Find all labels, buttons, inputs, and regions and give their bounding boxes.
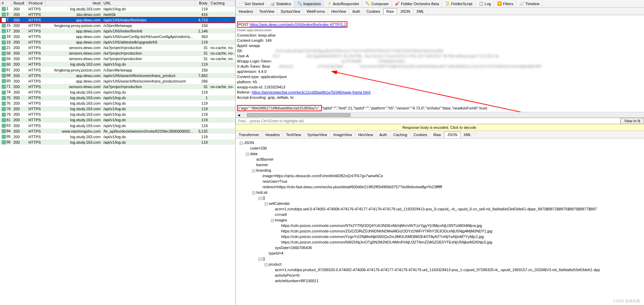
view-in-notepad-button[interactable]: View in N	[621, 118, 644, 124]
session-row[interactable]: 74200HTTPSlog.study.163.com/api/v1/log.d…	[0, 89, 235, 95]
tree-toggle-icon[interactable]: −	[252, 169, 255, 172]
toolbar-timeline[interactable]: 📈Timeline	[516, 0, 543, 7]
tree-node[interactable]: https://cdn.poizon.com/node-common/NTk2Y…	[237, 223, 643, 228]
session-row[interactable]: 3200HTTPSdav.dewu.com/webSk416	[0, 12, 235, 17]
col-result[interactable]: Result	[12, 0, 27, 6]
session-row[interactable]: 19200HTTPSapp.dewu.com/api/v1/h5/abtests…	[0, 39, 235, 45]
tree-node[interactable]: −product	[237, 261, 643, 267]
session-row[interactable]: 75200HTTPSlog.study.163.com/api/v1/log.d…	[0, 95, 235, 101]
tree-toggle-icon[interactable]: −	[265, 202, 268, 206]
tree-toggle-icon[interactable]: −	[252, 191, 255, 194]
resp-tab-headers[interactable]: Headers	[262, 132, 283, 138]
session-row[interactable]: 81200HTTPSlog.study.163.com/api/v1/log.d…	[0, 117, 235, 123]
tree-node[interactable]: −JSON	[237, 140, 643, 145]
tree-node[interactable]: −hotList	[237, 190, 643, 195]
tree-node[interactable]: activityPrice=0	[237, 273, 643, 278]
toolbar-inspectors[interactable]: 🔍Inspectors	[294, 0, 324, 7]
session-row[interactable]: 69200HTTPSapp.dewu.com/api/v1/h5/search/…	[0, 78, 235, 84]
toolbar-fiddler-orchestra-beta[interactable]: 🎻Fiddler Orchestra Beta	[392, 0, 442, 7]
resp-tab-xml[interactable]: XML	[460, 132, 475, 138]
session-row[interactable]: 17200HTTPSapp.dewu.com/api/v1/h5/index/f…	[0, 28, 235, 34]
tree-node[interactable]: acm=1.rcmddps.sell.0.474092-474008-47417…	[237, 206, 643, 212]
tree-node[interactable]: typeId=4	[237, 250, 643, 256]
session-row[interactable]: 59200HTTPSsensors.dewu.com/sa?project=pr…	[0, 56, 235, 61]
tree-toggle-icon[interactable]: −	[258, 258, 261, 261]
session-row[interactable]: 78200HTTPSlog.study.163.com/api/v1/log.d…	[0, 106, 235, 112]
toolbar-get-started[interactable]: 📄Get Started	[236, 0, 267, 7]
resp-tab-auth[interactable]: Auth	[376, 132, 390, 138]
toolbar-fiddlerscript[interactable]: 📜FiddlerScript	[442, 0, 476, 7]
col-url[interactable]: URL	[102, 0, 195, 6]
raw-hscroll[interactable]: ◄	[236, 112, 644, 117]
req-tab-hexview[interactable]: HexView	[328, 8, 349, 15]
resp-tab-imageview[interactable]: ImageView	[330, 132, 355, 138]
session-row[interactable]: 76200HTTPSlog.study.163.com/api/v1/log.d…	[0, 101, 235, 106]
decode-banner[interactable]: Response body is encoded. Click to decod…	[236, 124, 644, 131]
req-tab-syntaxview[interactable]: SyntaxView	[277, 8, 303, 15]
resp-tab-syntaxview[interactable]: SyntaxView	[304, 132, 330, 138]
tree-node[interactable]: newUser=True	[237, 179, 643, 184]
tree-node[interactable]: −branding	[237, 168, 643, 173]
tree-node[interactable]: https://cdn.poizon.com/node-common/NWZhN…	[237, 239, 643, 245]
tree-node[interactable]: cn=sell	[237, 212, 643, 217]
toolbar-statistics[interactable]: 📊Statistics	[267, 0, 294, 7]
session-row[interactable]: 21200HTTPSsensors.dewu.com/sa?project=pr…	[0, 45, 235, 50]
req-tab-auth[interactable]: Auth	[349, 8, 364, 15]
req-tab-xml[interactable]: XML	[413, 8, 427, 15]
session-row[interactable]: 71200HTTPSsensors.dewu.com/sa?project=pr…	[0, 84, 235, 89]
req-tab-textview[interactable]: TextView	[256, 8, 278, 15]
req-tab-raw[interactable]: Raw	[383, 8, 397, 15]
resp-tab-raw[interactable]: Raw	[430, 132, 444, 138]
tree-toggle-icon[interactable]: −	[271, 219, 274, 222]
session-list-panel[interactable]: # Result Protocol Host URL Body Caching …	[0, 0, 236, 305]
toolbar-log[interactable]: 📋Log	[476, 0, 494, 7]
tree-node[interactable]: https://cdn.poizon.com/node-common/YzgxY…	[237, 234, 643, 239]
response-json-tree[interactable]: −JSONcode=200−dataactBannerbanner−brandi…	[236, 139, 644, 305]
resp-tab-hexview[interactable]: HexView	[355, 132, 376, 138]
tree-toggle-icon[interactable]: −	[240, 142, 243, 145]
tree-node[interactable]: banner	[237, 162, 643, 168]
tree-node[interactable]: redirect=https://cdn-fast.dewu.com/nezha…	[237, 184, 643, 190]
col-num[interactable]: #	[0, 0, 12, 6]
toolbar-autoresponder[interactable]: ⚡AutoResponder	[324, 0, 362, 7]
resp-tab-transformer[interactable]: Transformer	[236, 132, 262, 138]
session-row[interactable]: 79200HTTPSlog.study.163.com/api/v1/log.d…	[0, 112, 235, 117]
tree-node[interactable]: code=200	[237, 145, 643, 151]
request-raw-view[interactable]: POST https://app.dewu.com/api/v1/h5/inde…	[236, 15, 644, 112]
col-host[interactable]: Host	[46, 0, 102, 6]
req-tab-cookies[interactable]: Cookies	[363, 8, 383, 15]
tree-node[interactable]: acm=1.rcmddps.product_97288320.0.474092-…	[237, 267, 643, 273]
session-row[interactable]: 18200HTTPSapp.dewu.com/api/v1/h5/userCon…	[0, 34, 235, 39]
session-row[interactable]: 60200HTTPSlog.study.163.com/api/v1/log.d…	[0, 61, 235, 67]
session-row[interactable]: 1200HTTPSlog.study.163.com/api/v1/log.do…	[0, 6, 235, 12]
tree-toggle-icon[interactable]: −	[265, 263, 268, 266]
req-tab-json[interactable]: JSON	[397, 8, 413, 15]
session-row[interactable]: 68200HTTPSapp.dewu.com/api/v1/h5/search/…	[0, 73, 235, 78]
resp-tab-textview[interactable]: TextView	[283, 132, 304, 138]
tree-node[interactable]: −data	[237, 151, 643, 156]
tree-toggle-icon[interactable]: −	[258, 197, 261, 200]
req-tab-webforms[interactable]: WebForms	[304, 8, 328, 15]
col-caching[interactable]: Caching	[209, 0, 235, 6]
toolbar-composer[interactable]: ✏️Composer	[362, 0, 392, 7]
col-body[interactable]: Body	[195, 0, 209, 6]
tree-toggle-icon[interactable]: −	[246, 153, 249, 156]
resp-tab-cookies[interactable]: Cookies	[410, 132, 430, 138]
tree-node[interactable]: image=https://qiniu.dewucdn.com/FohmlHnM…	[237, 173, 643, 179]
col-protocol[interactable]: Protocol	[27, 0, 45, 6]
resp-tab-caching[interactable]: Caching	[390, 132, 410, 138]
session-row[interactable]: 58200HTTPSsensors.dewu.com/sa?project=pr…	[0, 50, 235, 56]
tree-node[interactable]: −images	[237, 217, 643, 223]
session-row[interactable]: 86200HTTPSlog.study.163.com/api/v1/log.d…	[0, 140, 235, 145]
session-row[interactable]: 85200HTTPSlog.study.163.com/api/v1/log.d…	[0, 134, 235, 140]
raw-referer-link[interactable]: https://servicewechat.com/wx3c12cdd0ae8b…	[252, 90, 370, 94]
req-tab-headers[interactable]: Headers	[236, 8, 256, 15]
raw-url-link[interactable]: https://app.dewu.com/api/v1/h5/index/fir…	[250, 22, 346, 27]
tree-node[interactable]: articleNumber=RF100011	[237, 278, 643, 284]
resp-tab-json[interactable]: JSON	[444, 132, 460, 138]
tree-node[interactable]: https://cdn.poizon.com/node-common/ZGI2Z…	[237, 228, 643, 234]
toolbar-filters[interactable]: 🔽Filters	[494, 0, 516, 7]
find-input[interactable]	[236, 118, 621, 124]
tree-node[interactable]: actBanner	[237, 156, 643, 162]
session-row[interactable]: 15200HTTPSfengkong-proxy.poizon.com/v3/p…	[0, 23, 235, 28]
